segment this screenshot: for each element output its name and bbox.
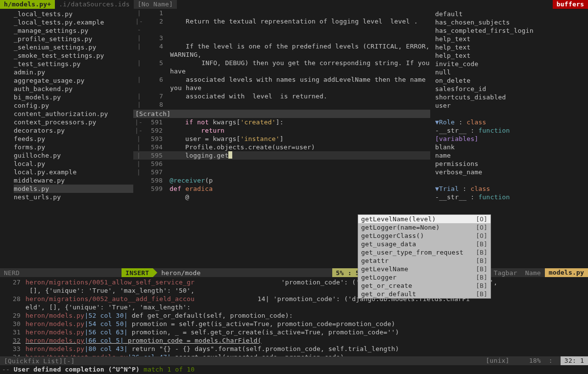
tag-item[interactable]: has_completed_first_login [435,26,588,35]
file-item[interactable]: _selenium_settings.py [14,43,133,51]
tag-item[interactable]: blank [435,143,588,151]
tab-3[interactable]: [No Name] [134,0,177,9]
file-item[interactable]: content_authorization.py [14,110,133,118]
tag-item[interactable]: help_text [435,35,588,43]
quickfix-item[interactable]: 30heron/models.py|54 col 50| promotion =… [0,320,588,328]
completion-item[interactable]: get_user_type_from_request[B] [358,248,490,257]
status-line: NERD INSERT heron/mode 5% : 595: 13 Tagb… [0,268,588,277]
tag-item[interactable]: on_delete [435,76,588,85]
tag-item[interactable]: -__str__ : function [435,193,588,201]
file-item[interactable]: guilloche.py [14,151,133,160]
completion-item[interactable]: getLogger(name=None)[O] [358,223,490,232]
quickfix-list[interactable]: 27heron/migrations/0051_allow_self_servi… [0,277,588,356]
command-line[interactable]: -- User defined completion (^U^N^P) matc… [0,365,588,374]
qf-percent: 18% [529,357,541,364]
quickfix-status: [Quickfix List][-] [unix] 18% : 32: 1 [0,356,588,365]
tag-class-header[interactable]: ▼Role : class [435,118,588,126]
file-item[interactable]: _local_tests.py [14,10,133,18]
tag-class-header[interactable]: ▼Trial : class [435,185,588,193]
quickfix-item[interactable]: 27heron/migrations/0051_allow_self_servi… [0,278,588,286]
tag-item[interactable]: shortcuts_disabled [435,93,588,101]
file-item[interactable]: _test_settings.py [14,60,133,68]
completion-item[interactable]: getLevelName(level)[O] [358,215,490,223]
quickfix-item[interactable]: 31heron/models.py|56 col 63| promotion, … [0,328,588,336]
file-item[interactable]: middleware.py [14,176,133,185]
tag-item[interactable]: -__str__ : function [435,126,588,135]
file-item[interactable]: local.py [14,160,133,168]
tab-active[interactable]: h/models.py+ [0,0,55,9]
completion-item[interactable]: get_or_create[B] [358,281,490,290]
completion-item[interactable]: getattr[B] [358,257,490,265]
completion-popup[interactable]: getLevelName(level)[O]getLogger(name=Non… [358,214,491,299]
tag-item[interactable]: help_text [435,51,588,60]
status-file: models.py [545,268,588,277]
file-tree[interactable]: _local_tests.py_local_tests.py.example_m… [0,9,133,268]
file-item[interactable]: bi_models.py [14,93,133,101]
quickfix-item[interactable]: [], {'unique': 'True', 'max_length': '50… [0,286,588,295]
status-path: heron/mode [157,268,204,277]
tag-item[interactable]: null [435,68,588,76]
file-item[interactable]: _local_tests.py.example [14,18,133,26]
tab-bar: h/models.py+ .i/dataSources.ids [No Name… [0,0,588,9]
file-item[interactable]: context_processors.py [14,118,133,126]
chevron-right-icon [153,268,157,277]
completion-item[interactable]: getLogger[B] [358,273,490,281]
file-item[interactable]: forms.py [14,143,133,151]
file-item[interactable]: models.py [14,185,133,193]
buffers-button[interactable]: buffers [553,0,588,9]
tag-item[interactable]: [variables] [435,135,588,143]
completion-item[interactable]: getLevelName[B] [358,265,490,273]
file-item[interactable]: config.py [14,101,133,110]
file-item[interactable]: local.py.example [14,168,133,176]
completion-item[interactable]: getLoggerClass()[O] [358,232,490,240]
file-item[interactable]: _smoke_test_settings.py [14,51,133,60]
completion-item[interactable]: get_or_default[B] [358,290,490,298]
file-item[interactable]: feeds.py [14,135,133,143]
mode-indicator: INSERT [122,268,153,277]
quickfix-item[interactable]: 34heron/tests/test_models.py|26 col 47| … [0,353,588,356]
file-item[interactable]: auth_backend.py [14,85,133,93]
editor-pane[interactable]: |1|--2 Return the textual representation… [133,9,430,268]
quickfix-item[interactable]: eld', [], {'unique': 'True', 'max_length… [0,303,588,311]
completion-item[interactable]: get_usage_data[B] [358,240,490,248]
quickfix-item[interactable]: 32heron/models.py|66 col 5| promotion_co… [0,336,588,345]
tagbar-label: Tagbar [490,268,521,277]
tag-item[interactable]: verbose_name [435,168,588,176]
quickfix-item[interactable]: 29heron/models.py|52 col 30| def get_or_… [0,311,588,320]
tag-item[interactable]: salesforce_id [435,85,588,93]
tag-item[interactable]: help_text [435,43,588,51]
name-label: Name [521,268,545,277]
tag-item[interactable]: default [435,10,588,18]
tab-2[interactable]: .i/dataSources.ids [55,0,133,9]
tag-item[interactable]: has_chosen_subjects [435,18,588,26]
file-item[interactable]: decorators.py [14,126,133,135]
scratch-header: [Scratch] [133,110,430,118]
file-item[interactable]: _profile_settings.py [14,35,133,43]
file-item[interactable]: aggregate_usage.py [14,76,133,85]
tag-item[interactable]: user [435,101,588,110]
quickfix-item[interactable]: 28heron/migrations/0052_auto__add_field_… [0,295,588,303]
qf-position: 32: 1 [561,356,588,365]
encoding-label: [unix] [486,357,509,364]
file-item[interactable]: nest_urls.py [14,193,133,201]
tag-item[interactable]: invite_code [435,60,588,68]
tag-item[interactable]: name [435,151,588,160]
tag-item[interactable]: permissions [435,160,588,168]
quickfix-item[interactable]: 33heron/models.py|80 col 43| return "{} … [0,345,588,353]
nerd-label: NERD [0,268,24,277]
quickfix-title: [Quickfix List][-] [0,356,78,365]
file-item[interactable]: _manage_settings.py [14,26,133,35]
file-item[interactable]: admin.py [14,68,133,76]
